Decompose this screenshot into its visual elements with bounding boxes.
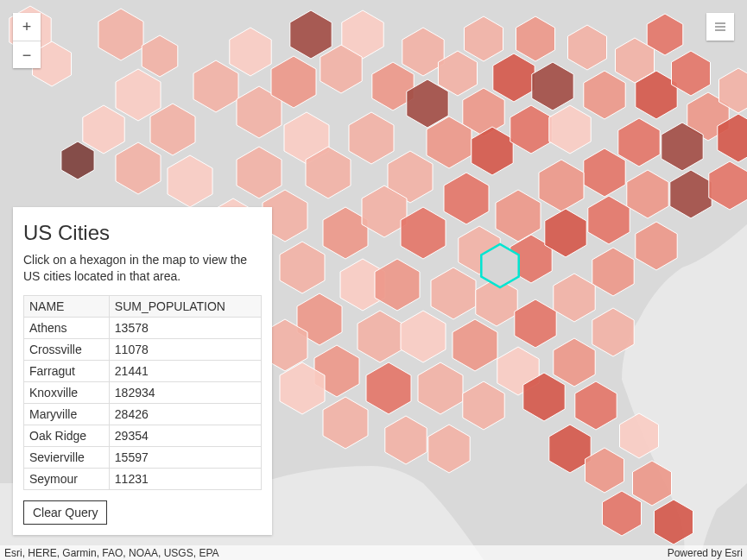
hexbin[interactable] bbox=[375, 259, 420, 311]
cell-name: Crossville bbox=[24, 338, 110, 360]
table-row: Farragut21441 bbox=[24, 360, 262, 381]
hexbin[interactable] bbox=[463, 381, 504, 430]
cell-population: 11078 bbox=[109, 338, 261, 360]
hexbin[interactable] bbox=[588, 196, 630, 244]
hexbin[interactable] bbox=[83, 105, 124, 154]
hexbin[interactable] bbox=[636, 222, 677, 270]
hexbin[interactable] bbox=[280, 242, 325, 293]
zoom-out-button[interactable]: − bbox=[13, 41, 41, 68]
info-panel: US Cities Click on a hexagon in the map … bbox=[13, 207, 272, 535]
hexbin[interactable] bbox=[584, 71, 625, 119]
table-row: Knoxville182934 bbox=[24, 381, 262, 403]
hexbin[interactable] bbox=[116, 142, 161, 194]
hexbin[interactable] bbox=[620, 413, 659, 458]
layer-list-button[interactable] bbox=[706, 13, 734, 41]
cell-population: 182934 bbox=[109, 381, 261, 403]
hexbin[interactable] bbox=[575, 381, 617, 430]
hexbin[interactable] bbox=[401, 311, 446, 362]
hexbin[interactable] bbox=[444, 173, 489, 224]
hexbin[interactable] bbox=[510, 105, 552, 154]
layer-list-icon bbox=[713, 20, 727, 34]
hexbin[interactable] bbox=[142, 35, 178, 77]
cell-population: 21441 bbox=[109, 360, 261, 381]
hexbin[interactable] bbox=[633, 461, 672, 506]
hexbin[interactable] bbox=[323, 397, 368, 449]
hexbin[interactable] bbox=[150, 104, 195, 155]
hexbin[interactable] bbox=[670, 170, 712, 218]
hexbin[interactable] bbox=[655, 500, 693, 544]
hexbin[interactable] bbox=[453, 319, 497, 371]
attribution-sources: Esri, HERE, Garmin, FAO, NOAA, USGS, EPA bbox=[4, 547, 219, 559]
hexbin[interactable] bbox=[539, 160, 584, 211]
hexbin[interactable] bbox=[385, 416, 427, 464]
table-row: Oak Ridge29354 bbox=[24, 425, 262, 446]
hexbin[interactable] bbox=[193, 60, 238, 112]
hexbin[interactable] bbox=[418, 362, 463, 414]
hexbin[interactable] bbox=[61, 142, 94, 179]
table-header-row: NAME SUM_POPULATION bbox=[24, 295, 262, 317]
hexbin[interactable] bbox=[358, 311, 402, 362]
cell-name: Maryville bbox=[24, 403, 110, 425]
hexbin[interactable] bbox=[709, 161, 747, 210]
cell-name: Athens bbox=[24, 317, 110, 338]
clear-query-button[interactable]: Clear Query bbox=[23, 500, 107, 525]
table-row: Crossville11078 bbox=[24, 338, 262, 360]
cell-population: 11231 bbox=[109, 468, 261, 489]
hexbin[interactable] bbox=[584, 148, 625, 197]
table-row: Maryville28426 bbox=[24, 403, 262, 425]
col-population: SUM_POPULATION bbox=[109, 295, 261, 317]
hexbin[interactable] bbox=[237, 147, 282, 198]
hexbin[interactable] bbox=[493, 53, 535, 102]
hexbin[interactable] bbox=[496, 190, 541, 242]
attribution-powered-by[interactable]: Powered by Esri bbox=[668, 547, 743, 559]
hexbin[interactable] bbox=[516, 16, 555, 61]
selected-hexbin[interactable] bbox=[481, 244, 518, 287]
cell-name: Farragut bbox=[24, 360, 110, 381]
hexbin[interactable] bbox=[618, 118, 660, 167]
col-name: NAME bbox=[24, 295, 110, 317]
hexbin[interactable] bbox=[549, 105, 591, 154]
table-row: Sevierville15597 bbox=[24, 446, 262, 468]
hexbin[interactable] bbox=[554, 338, 595, 387]
hexbin[interactable] bbox=[592, 308, 634, 356]
hexbin[interactable] bbox=[603, 491, 642, 536]
hexbin[interactable] bbox=[98, 9, 143, 60]
cell-name: Sevierville bbox=[24, 446, 110, 468]
panel-title: US Cities bbox=[23, 221, 262, 245]
hexbin[interactable] bbox=[568, 25, 607, 70]
attribution-bar: Esri, HERE, Garmin, FAO, NOAA, USGS, EPA… bbox=[0, 545, 747, 560]
results-table: NAME SUM_POPULATION Athens13578Crossvill… bbox=[23, 295, 262, 490]
hexbin[interactable] bbox=[290, 10, 332, 59]
cell-name: Knoxville bbox=[24, 381, 110, 403]
hexbin[interactable] bbox=[532, 62, 573, 110]
cell-population: 13578 bbox=[109, 317, 261, 338]
zoom-in-button[interactable]: + bbox=[13, 13, 41, 41]
cell-name: Oak Ridge bbox=[24, 425, 110, 446]
hexbin[interactable] bbox=[349, 112, 394, 164]
hexbin[interactable] bbox=[116, 69, 161, 121]
cell-population: 29354 bbox=[109, 425, 261, 446]
cell-population: 15597 bbox=[109, 446, 261, 468]
panel-instructions: Click on a hexagon in the map to view th… bbox=[23, 252, 262, 285]
hexbin[interactable] bbox=[230, 28, 271, 76]
hexbin[interactable] bbox=[402, 28, 444, 76]
zoom-controls: + − bbox=[13, 13, 41, 68]
hexbin[interactable] bbox=[168, 155, 212, 207]
hexbin[interactable] bbox=[366, 362, 411, 414]
hexbin[interactable] bbox=[549, 425, 591, 473]
hexbin[interactable] bbox=[472, 127, 513, 175]
table-row: Athens13578 bbox=[24, 317, 262, 338]
hexbin[interactable] bbox=[323, 207, 368, 259]
hexbin[interactable] bbox=[592, 248, 634, 296]
hexbin[interactable] bbox=[431, 267, 476, 319]
hexbin[interactable] bbox=[554, 274, 595, 322]
cell-name: Seymour bbox=[24, 468, 110, 489]
hexbin[interactable] bbox=[515, 299, 556, 348]
hexbin[interactable] bbox=[465, 16, 503, 61]
hexbin[interactable] bbox=[428, 425, 470, 473]
map-viewport[interactable]: + − US Cities Click on a hexagon in the … bbox=[0, 0, 747, 560]
hexbin[interactable] bbox=[627, 170, 668, 218]
hexbin[interactable] bbox=[401, 207, 446, 259]
table-row: Seymour11231 bbox=[24, 468, 262, 489]
cell-population: 28426 bbox=[109, 403, 261, 425]
